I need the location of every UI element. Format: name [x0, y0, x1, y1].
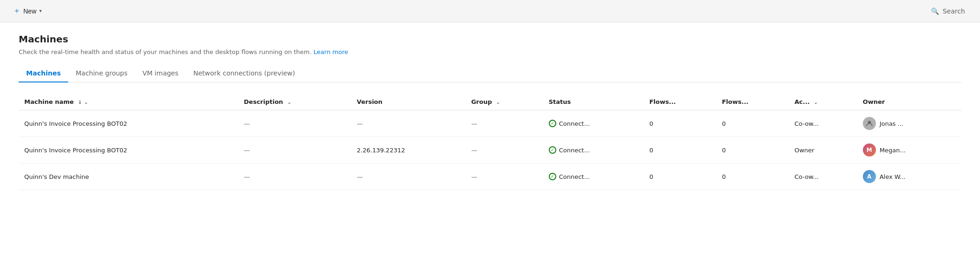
plus-icon: ＋: [13, 6, 21, 16]
person-icon: [866, 120, 873, 127]
cell-flows2: 0: [716, 164, 789, 190]
machines-table: Machine name ↓ ⌄ Description ⌄ Version G…: [19, 94, 961, 190]
tabs-nav: Machines Machine groups VM images Networ…: [19, 65, 961, 82]
col-status: Status: [543, 94, 644, 110]
cell-owner: A Alex W...: [857, 164, 961, 190]
table-header-row: Machine name ↓ ⌄ Description ⌄ Version G…: [19, 94, 961, 110]
avatar: A: [863, 170, 876, 183]
col-owner: Owner: [857, 94, 961, 110]
status-connected-icon: ✓: [549, 146, 556, 154]
cell-machine-name: Quinn's Invoice Processing BOT02: [19, 137, 238, 164]
tab-vm-images[interactable]: VM images: [135, 65, 186, 82]
col-flows1: Flows...: [644, 94, 716, 110]
cell-owner: M Megan...: [857, 137, 961, 164]
chevron-down-icon: ▾: [39, 8, 42, 14]
cell-description: —: [238, 137, 351, 164]
cell-status: ✓ Connect...: [543, 164, 644, 190]
new-label: New: [23, 7, 36, 15]
cell-version: —: [351, 164, 466, 190]
sort-icon-description: ⌄: [287, 99, 291, 105]
cell-owner: Jonas ...: [857, 110, 961, 137]
learn-more-link[interactable]: Learn more: [314, 48, 348, 55]
tab-machines[interactable]: Machines: [19, 65, 68, 82]
search-label: Search: [943, 7, 965, 15]
sort-icon-machine-name: ↓ ⌄: [78, 99, 88, 105]
table-row[interactable]: Quinn's Invoice Processing BOT02 — 2.26.…: [19, 137, 961, 164]
cell-version: 2.26.139.22312: [351, 137, 466, 164]
table-row[interactable]: Quinn's Invoice Processing BOT02 — — — ✓: [19, 110, 961, 137]
table-row[interactable]: Quinn's Dev machine — — — ✓: [19, 164, 961, 190]
tab-network-connections[interactable]: Network connections (preview): [186, 65, 302, 82]
tab-machine-groups[interactable]: Machine groups: [68, 65, 135, 82]
avatar: M: [863, 143, 876, 157]
cell-status: ✓ Connect...: [543, 110, 644, 137]
cell-group: —: [466, 137, 543, 164]
cell-version: —: [351, 110, 466, 137]
topbar: ＋ New ▾ 🔍 Search: [0, 0, 980, 22]
avatar: [863, 117, 876, 130]
machines-table-container: Machine name ↓ ⌄ Description ⌄ Version G…: [19, 94, 961, 190]
status-connected-icon: ✓: [549, 120, 556, 127]
col-description[interactable]: Description ⌄: [238, 94, 351, 110]
cell-flows2: 0: [716, 137, 789, 164]
main-content: Machines Check the real-time health and …: [0, 22, 980, 259]
cell-description: —: [238, 164, 351, 190]
col-group[interactable]: Group ⌄: [466, 94, 543, 110]
page-subtitle: Check the real-time health and status of…: [19, 48, 961, 55]
col-ac[interactable]: Ac... ⌄: [789, 94, 857, 110]
cell-group: —: [466, 110, 543, 137]
cell-machine-name: Quinn's Dev machine: [19, 164, 238, 190]
cell-ac: Co-ow...: [789, 164, 857, 190]
cell-status: ✓ Connect...: [543, 137, 644, 164]
cell-flows2: 0: [716, 110, 789, 137]
cell-ac: Co-ow...: [789, 110, 857, 137]
cell-flows1: 0: [644, 137, 716, 164]
cell-machine-name: Quinn's Invoice Processing BOT02: [19, 110, 238, 137]
col-flows2: Flows...: [716, 94, 789, 110]
sort-icon-group: ⌄: [496, 99, 500, 105]
cell-ac: Owner: [789, 137, 857, 164]
col-version: Version: [351, 94, 466, 110]
topbar-left: ＋ New ▾: [9, 3, 46, 19]
cell-flows1: 0: [644, 164, 716, 190]
page-title: Machines: [19, 34, 961, 45]
sort-icon-ac: ⌄: [814, 99, 818, 105]
status-connected-icon: ✓: [549, 173, 556, 180]
search-button[interactable]: 🔍 Search: [925, 5, 971, 18]
search-icon: 🔍: [931, 7, 939, 15]
new-button[interactable]: ＋ New ▾: [9, 3, 46, 19]
cell-flows1: 0: [644, 110, 716, 137]
cell-group: —: [466, 164, 543, 190]
cell-description: —: [238, 110, 351, 137]
col-machine-name[interactable]: Machine name ↓ ⌄: [19, 94, 238, 110]
